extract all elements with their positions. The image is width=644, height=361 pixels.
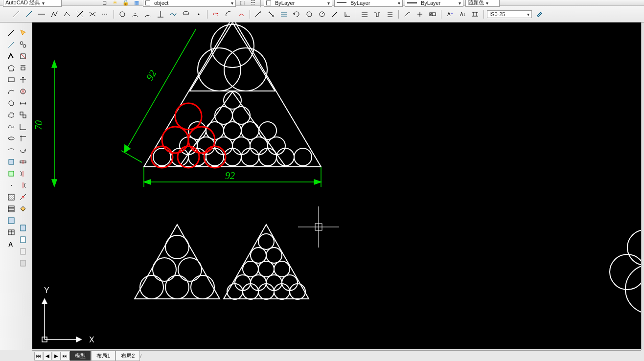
dim-aligned-icon[interactable] <box>18 63 28 73</box>
layer-off-icon[interactable]: ◻ <box>100 0 109 7</box>
layer-previous-icon[interactable]: ⬚ <box>238 0 247 7</box>
point-icon[interactable] <box>6 180 17 191</box>
baseline-icon[interactable] <box>359 9 370 20</box>
extend-icon[interactable] <box>18 180 28 191</box>
linetype-combo[interactable]: ByLayer <box>264 0 332 7</box>
polyline-icon[interactable] <box>49 9 60 20</box>
xline-icon[interactable] <box>6 39 17 50</box>
select-icon[interactable] <box>18 27 28 38</box>
spline-icon[interactable] <box>168 9 179 20</box>
tab-next-icon[interactable]: ▶ <box>52 352 61 361</box>
match-prop-icon[interactable] <box>18 39 28 50</box>
color-combo[interactable]: 随颜色 <box>465 0 500 7</box>
show-icon[interactable] <box>18 234 28 245</box>
pline-icon[interactable] <box>6 51 17 62</box>
spline-icon[interactable] <box>6 121 17 132</box>
dimedit-icon[interactable]: A <box>444 9 455 20</box>
tangent-arc-icon[interactable] <box>181 9 191 20</box>
mtext-icon[interactable]: A <box>6 239 17 249</box>
angle-dim-icon[interactable] <box>342 9 353 20</box>
dim-update-icon[interactable] <box>534 9 545 20</box>
scale-icon[interactable] <box>18 145 28 156</box>
rotate-icon[interactable] <box>18 133 28 144</box>
perpendicular-icon[interactable] <box>155 9 166 20</box>
construction-line-icon[interactable] <box>36 9 47 20</box>
vertical-scrollbar[interactable] <box>641 23 644 350</box>
layer-color-icon[interactable]: ▦ <box>132 0 141 7</box>
break-icon[interactable] <box>87 9 98 20</box>
stretch-icon[interactable] <box>18 157 28 167</box>
dim-linear-icon[interactable] <box>18 51 28 62</box>
line-icon[interactable] <box>6 27 17 38</box>
ellipse-arc-icon[interactable] <box>6 145 17 156</box>
offset-icon[interactable] <box>18 110 28 120</box>
circle-icon[interactable] <box>6 98 17 109</box>
circle-icon[interactable] <box>117 9 128 20</box>
copy-icon[interactable] <box>18 86 28 97</box>
multiline-icon[interactable] <box>74 9 85 20</box>
slash-dim-icon[interactable] <box>329 9 340 20</box>
arc-icon[interactable] <box>6 86 17 97</box>
revcloud-icon[interactable] <box>6 110 17 120</box>
hide-icon[interactable] <box>18 246 28 257</box>
layer-combo[interactable]: object <box>143 0 236 7</box>
fillet-arc2-icon[interactable] <box>236 9 247 20</box>
block-make-icon[interactable] <box>6 168 17 179</box>
ordinate-icon[interactable] <box>385 9 395 20</box>
tab-first-icon[interactable]: ⏮ <box>34 352 43 361</box>
arc-icon[interactable] <box>142 9 153 20</box>
diameter-icon[interactable] <box>304 9 315 20</box>
props-icon[interactable] <box>18 223 28 233</box>
tab-layout1[interactable]: 布局1 <box>91 351 115 361</box>
tab-layout2[interactable]: 布局2 <box>115 351 140 361</box>
rectangle-icon[interactable] <box>6 74 17 85</box>
freeze-icon-tb[interactable]: ☀ <box>111 0 119 7</box>
break-at-icon[interactable] <box>18 192 28 203</box>
tab-prev-icon[interactable]: ◀ <box>43 352 52 361</box>
block-insert-icon[interactable] <box>6 157 17 167</box>
hatch-icon[interactable] <box>6 192 17 203</box>
revcloud-icon[interactable] <box>210 9 221 20</box>
spacing-icon[interactable] <box>470 9 481 20</box>
continue-icon[interactable] <box>372 9 383 20</box>
center-mark-icon[interactable] <box>414 9 425 20</box>
tab-model[interactable]: 模型 <box>69 351 91 361</box>
ellipse-icon[interactable] <box>6 133 17 144</box>
array-icon[interactable] <box>18 121 28 132</box>
trim-icon[interactable] <box>18 168 28 179</box>
mirror-icon[interactable] <box>18 98 28 109</box>
table-icon[interactable] <box>6 227 17 238</box>
drawing-canvas[interactable]: Y X 70 92 92 <box>32 23 641 349</box>
dash-icon[interactable] <box>100 9 111 20</box>
tolerance-icon[interactable] <box>427 9 438 20</box>
workspace-combo[interactable]: AutoCAD 经典 <box>3 0 62 7</box>
rotate-dim-icon[interactable] <box>291 9 302 20</box>
text-edit-icon[interactable]: A↕ <box>457 9 468 20</box>
layer-states-icon[interactable]: ☷ <box>249 0 257 7</box>
line-icon[interactable] <box>11 9 22 20</box>
measure-icon[interactable] <box>266 9 276 20</box>
polygon-icon[interactable] <box>6 63 17 73</box>
tab-last-icon[interactable]: ⏭ <box>61 352 69 361</box>
plotstyle-combo[interactable]: ByLayer <box>405 0 463 7</box>
align-icon[interactable] <box>278 9 289 20</box>
lineweight-combo[interactable]: ByLayer <box>334 0 403 7</box>
dimstyle-combo[interactable]: IS0-25 <box>487 10 532 18</box>
region-icon[interactable] <box>6 215 17 226</box>
arrow-icon[interactable] <box>253 9 264 20</box>
svg-point-125 <box>204 146 226 168</box>
gradient-icon[interactable] <box>6 203 17 214</box>
quick-leader-icon[interactable] <box>402 9 413 20</box>
paint-icon[interactable] <box>18 203 28 214</box>
freeze-icon[interactable] <box>18 258 28 269</box>
chevron-down-icon <box>459 0 461 6</box>
point-icon[interactable] <box>193 9 204 20</box>
lock-icon[interactable]: 🔒 <box>121 0 130 7</box>
dim-radius-icon[interactable] <box>18 74 28 85</box>
svg-marker-17 <box>293 13 295 15</box>
ray-icon[interactable] <box>23 9 34 20</box>
radius-icon[interactable] <box>317 9 327 20</box>
polyline3d-icon[interactable] <box>62 9 72 20</box>
arc3pt-icon[interactable] <box>130 9 140 20</box>
fillet-arc-icon[interactable] <box>223 9 234 20</box>
